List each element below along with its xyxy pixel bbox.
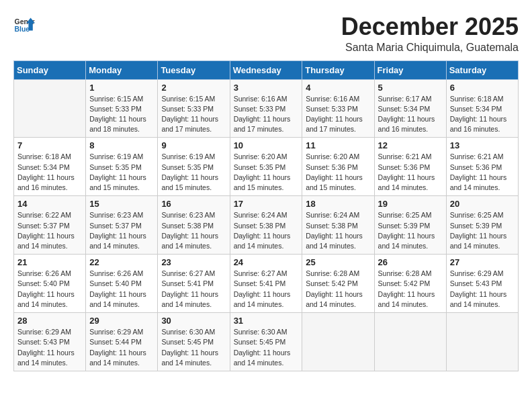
day-number: 20 bbox=[450, 199, 515, 209]
day-number: 31 bbox=[234, 316, 299, 326]
day-info: Sunrise: 6:23 AMSunset: 5:37 PMDaylight:… bbox=[89, 210, 154, 251]
calendar-header-row: Sunday Monday Tuesday Wednesday Thursday… bbox=[14, 60, 519, 79]
day-number: 16 bbox=[161, 199, 226, 209]
day-number: 6 bbox=[450, 83, 515, 93]
day-number: 13 bbox=[450, 140, 515, 150]
logo-icon: General Blue bbox=[13, 13, 35, 35]
day-number: 27 bbox=[450, 257, 515, 267]
table-row: 9Sunrise: 6:19 AMSunset: 5:35 PMDaylight… bbox=[158, 138, 230, 196]
table-row: 24Sunrise: 6:27 AMSunset: 5:41 PMDayligh… bbox=[230, 255, 302, 313]
table-row: 21Sunrise: 6:26 AMSunset: 5:40 PMDayligh… bbox=[14, 255, 86, 313]
day-info: Sunrise: 6:29 AMSunset: 5:43 PMDaylight:… bbox=[450, 269, 515, 310]
location-title: Santa Maria Chiquimula, Guatemala bbox=[341, 42, 519, 54]
table-row: 5Sunrise: 6:17 AMSunset: 5:34 PMDaylight… bbox=[374, 79, 446, 138]
day-info: Sunrise: 6:16 AMSunset: 5:33 PMDaylight:… bbox=[306, 94, 370, 135]
col-saturday: Saturday bbox=[446, 60, 518, 79]
day-number: 7 bbox=[17, 140, 82, 150]
day-info: Sunrise: 6:26 AMSunset: 5:40 PMDaylight:… bbox=[89, 269, 154, 310]
day-info: Sunrise: 6:28 AMSunset: 5:42 PMDaylight:… bbox=[378, 269, 443, 310]
table-row: 12Sunrise: 6:21 AMSunset: 5:36 PMDayligh… bbox=[374, 138, 446, 196]
calendar-week-row: 1Sunrise: 6:15 AMSunset: 5:33 PMDaylight… bbox=[14, 79, 519, 138]
table-row: 16Sunrise: 6:23 AMSunset: 5:38 PMDayligh… bbox=[158, 196, 230, 255]
day-number: 22 bbox=[89, 257, 154, 267]
day-number: 21 bbox=[17, 257, 82, 267]
calendar-table: Sunday Monday Tuesday Wednesday Thursday… bbox=[13, 60, 519, 371]
day-number: 19 bbox=[378, 199, 443, 209]
day-info: Sunrise: 6:24 AMSunset: 5:38 PMDaylight:… bbox=[306, 210, 370, 251]
day-number: 17 bbox=[234, 199, 299, 209]
day-number: 18 bbox=[306, 199, 370, 209]
calendar-week-row: 7Sunrise: 6:18 AMSunset: 5:34 PMDaylight… bbox=[14, 138, 519, 196]
col-sunday: Sunday bbox=[14, 60, 86, 79]
day-info: Sunrise: 6:30 AMSunset: 5:45 PMDaylight:… bbox=[161, 327, 226, 368]
day-info: Sunrise: 6:30 AMSunset: 5:45 PMDaylight:… bbox=[234, 327, 299, 368]
day-number: 15 bbox=[89, 199, 154, 209]
title-block: December 2025 Santa Maria Chiquimula, Gu… bbox=[341, 13, 519, 54]
table-row: 27Sunrise: 6:29 AMSunset: 5:43 PMDayligh… bbox=[446, 255, 518, 313]
table-row: 1Sunrise: 6:15 AMSunset: 5:33 PMDaylight… bbox=[86, 79, 158, 138]
day-number: 23 bbox=[161, 257, 226, 267]
day-info: Sunrise: 6:21 AMSunset: 5:36 PMDaylight:… bbox=[450, 152, 515, 193]
table-row: 10Sunrise: 6:20 AMSunset: 5:35 PMDayligh… bbox=[230, 138, 302, 196]
calendar-week-row: 14Sunrise: 6:22 AMSunset: 5:37 PMDayligh… bbox=[14, 196, 519, 255]
day-number: 5 bbox=[378, 83, 443, 93]
day-info: Sunrise: 6:19 AMSunset: 5:35 PMDaylight:… bbox=[161, 152, 226, 193]
month-title: December 2025 bbox=[341, 13, 519, 40]
table-row: 18Sunrise: 6:24 AMSunset: 5:38 PMDayligh… bbox=[302, 196, 374, 255]
table-row: 13Sunrise: 6:21 AMSunset: 5:36 PMDayligh… bbox=[446, 138, 518, 196]
table-row: 22Sunrise: 6:26 AMSunset: 5:40 PMDayligh… bbox=[86, 255, 158, 313]
day-info: Sunrise: 6:20 AMSunset: 5:36 PMDaylight:… bbox=[306, 152, 370, 193]
page-header: General Blue December 2025 Santa Maria C… bbox=[13, 13, 519, 54]
table-row: 28Sunrise: 6:29 AMSunset: 5:43 PMDayligh… bbox=[14, 313, 86, 371]
day-info: Sunrise: 6:17 AMSunset: 5:34 PMDaylight:… bbox=[378, 94, 443, 135]
day-info: Sunrise: 6:27 AMSunset: 5:41 PMDaylight:… bbox=[234, 269, 299, 310]
day-number: 10 bbox=[234, 140, 299, 150]
table-row bbox=[374, 313, 446, 371]
day-info: Sunrise: 6:26 AMSunset: 5:40 PMDaylight:… bbox=[17, 269, 82, 310]
day-info: Sunrise: 6:15 AMSunset: 5:33 PMDaylight:… bbox=[89, 94, 154, 135]
day-number: 8 bbox=[89, 140, 154, 150]
table-row: 4Sunrise: 6:16 AMSunset: 5:33 PMDaylight… bbox=[302, 79, 374, 138]
table-row bbox=[14, 79, 86, 138]
day-info: Sunrise: 6:15 AMSunset: 5:33 PMDaylight:… bbox=[161, 94, 226, 135]
table-row: 3Sunrise: 6:16 AMSunset: 5:33 PMDaylight… bbox=[230, 79, 302, 138]
table-row: 15Sunrise: 6:23 AMSunset: 5:37 PMDayligh… bbox=[86, 196, 158, 255]
day-number: 11 bbox=[306, 140, 370, 150]
col-friday: Friday bbox=[374, 60, 446, 79]
day-number: 30 bbox=[161, 316, 226, 326]
table-row: 25Sunrise: 6:28 AMSunset: 5:42 PMDayligh… bbox=[302, 255, 374, 313]
day-number: 25 bbox=[306, 257, 370, 267]
day-info: Sunrise: 6:21 AMSunset: 5:36 PMDaylight:… bbox=[378, 152, 443, 193]
table-row: 17Sunrise: 6:24 AMSunset: 5:38 PMDayligh… bbox=[230, 196, 302, 255]
day-number: 29 bbox=[89, 316, 154, 326]
svg-text:Blue: Blue bbox=[15, 26, 30, 33]
day-info: Sunrise: 6:20 AMSunset: 5:35 PMDaylight:… bbox=[234, 152, 299, 193]
day-info: Sunrise: 6:19 AMSunset: 5:35 PMDaylight:… bbox=[89, 152, 154, 193]
day-info: Sunrise: 6:18 AMSunset: 5:34 PMDaylight:… bbox=[450, 94, 515, 135]
day-info: Sunrise: 6:16 AMSunset: 5:33 PMDaylight:… bbox=[234, 94, 299, 135]
day-info: Sunrise: 6:22 AMSunset: 5:37 PMDaylight:… bbox=[17, 210, 82, 251]
table-row: 14Sunrise: 6:22 AMSunset: 5:37 PMDayligh… bbox=[14, 196, 86, 255]
table-row: 20Sunrise: 6:25 AMSunset: 5:39 PMDayligh… bbox=[446, 196, 518, 255]
day-number: 4 bbox=[306, 83, 370, 93]
day-number: 12 bbox=[378, 140, 443, 150]
day-info: Sunrise: 6:24 AMSunset: 5:38 PMDaylight:… bbox=[234, 210, 299, 251]
day-number: 14 bbox=[17, 199, 82, 209]
col-wednesday: Wednesday bbox=[230, 60, 302, 79]
day-number: 1 bbox=[89, 83, 154, 93]
day-info: Sunrise: 6:28 AMSunset: 5:42 PMDaylight:… bbox=[306, 269, 370, 310]
day-number: 3 bbox=[234, 83, 299, 93]
table-row: 30Sunrise: 6:30 AMSunset: 5:45 PMDayligh… bbox=[158, 313, 230, 371]
day-info: Sunrise: 6:18 AMSunset: 5:34 PMDaylight:… bbox=[17, 152, 82, 193]
day-number: 24 bbox=[234, 257, 299, 267]
col-tuesday: Tuesday bbox=[158, 60, 230, 79]
table-row: 8Sunrise: 6:19 AMSunset: 5:35 PMDaylight… bbox=[86, 138, 158, 196]
day-info: Sunrise: 6:29 AMSunset: 5:43 PMDaylight:… bbox=[17, 327, 82, 368]
calendar-week-row: 28Sunrise: 6:29 AMSunset: 5:43 PMDayligh… bbox=[14, 313, 519, 371]
day-info: Sunrise: 6:25 AMSunset: 5:39 PMDaylight:… bbox=[450, 210, 515, 251]
table-row bbox=[446, 313, 518, 371]
day-info: Sunrise: 6:23 AMSunset: 5:38 PMDaylight:… bbox=[161, 210, 226, 251]
table-row: 31Sunrise: 6:30 AMSunset: 5:45 PMDayligh… bbox=[230, 313, 302, 371]
table-row: 6Sunrise: 6:18 AMSunset: 5:34 PMDaylight… bbox=[446, 79, 518, 138]
col-monday: Monday bbox=[86, 60, 158, 79]
